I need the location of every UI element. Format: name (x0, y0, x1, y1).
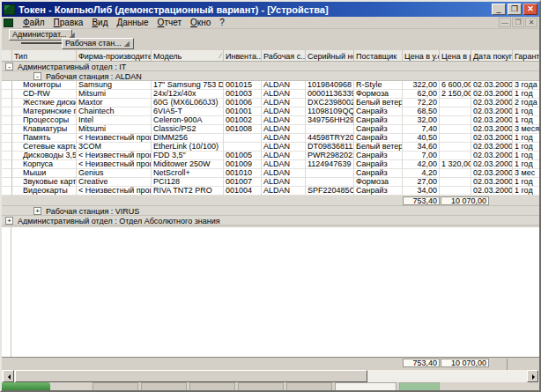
table-cell: 001006 (224, 99, 262, 107)
group-tab-workstation[interactable]: Рабочая стан... ◢ (62, 38, 134, 49)
restore-button[interactable]: ❐ (508, 4, 522, 15)
table-row[interactable]: Материнские платыChaintech6VIA5-T001001A… (2, 107, 539, 116)
expand-icon[interactable]: + (5, 217, 13, 225)
collapse-icon[interactable]: - (33, 72, 41, 80)
table-cell: 7,40 (403, 125, 440, 134)
column-header[interactable]: Дата покупки (471, 50, 513, 61)
menu-view[interactable]: Вид (87, 17, 112, 28)
table-cell: Жесткие диски (12, 99, 77, 107)
table-cell: 62,00 (403, 90, 440, 99)
table-cell: Mitsumi (77, 125, 152, 134)
table-row[interactable]: КлавиатурыMitsumiClassic/PS2001008ALDANС… (2, 125, 539, 134)
column-header[interactable]: Инвента... (224, 50, 262, 61)
close-button[interactable]: ✕ (523, 4, 537, 15)
column-header[interactable]: Серийный номер (306, 50, 354, 61)
table-cell: Classic/PS2 (152, 125, 224, 134)
table-row[interactable]: Сетевые карты3COMEtherLink (10/100)ALDAN… (2, 143, 539, 152)
collapse-icon[interactable]: - (5, 63, 13, 70)
table-cell: ALDAN (262, 99, 306, 107)
group-row-workstation_aldan[interactable]: -Рабочая станция : ALDAN (2, 71, 539, 81)
table-cell: 1 320,00 (440, 160, 471, 169)
table-cell: Мыши (12, 169, 77, 178)
menu-data[interactable]: Данные (112, 17, 152, 28)
table-cell: Дисководы 3,5" (12, 152, 77, 160)
minimize-button[interactable]: _ (492, 4, 506, 15)
taskbar-button[interactable] (189, 382, 235, 390)
table-row[interactable]: CD-RWMitsumi24x/12x/40x001003ALDAN000011… (2, 90, 539, 99)
table-row[interactable]: Звуковые картыCreativePCI128001007ALDANФ… (2, 178, 539, 187)
grand-total-usd: 753,40 (403, 359, 440, 367)
table-cell: Samsung (77, 81, 152, 90)
table-cell: Genius (77, 169, 152, 178)
column-header[interactable]: Рабочая с...∕ (262, 50, 306, 61)
taskbar-button[interactable] (399, 382, 440, 390)
scroll-right-button[interactable] (527, 370, 538, 382)
table-row[interactable]: Видеокарты< Неизвестный произвоRIVA TNT2… (2, 187, 539, 196)
table-row[interactable]: Память< Неизвестный произвоDIMM256ALDAN4… (2, 134, 539, 143)
table-cell: Maxtor (77, 99, 152, 107)
column-header[interactable]: Цена в р... (440, 50, 471, 61)
table-row[interactable]: Дисководы 3,5"< Неизвестный произвоFDD 3… (2, 152, 539, 160)
title-bar[interactable]: Токен - КомпьюЛиб (демонстрационный вари… (2, 2, 539, 17)
table-cell: 72,20 (403, 99, 440, 107)
menu-window[interactable]: Окно (186, 17, 215, 28)
menu-help[interactable]: ? (215, 17, 229, 28)
table-cell: PCI128 (152, 178, 224, 187)
grid-body: -Административный отдел : IT-Рабочая ста… (2, 62, 539, 226)
column-header[interactable]: Гарантия (513, 50, 541, 61)
table-cell: 6VIA5-T (152, 107, 224, 116)
scroll-left-button[interactable] (3, 370, 14, 382)
group-row-department_znanie[interactable]: +Административный отдел : Отдел Абсолютн… (2, 216, 539, 226)
table-cell: FDD 3,5" (152, 152, 224, 160)
table-cell (306, 169, 354, 178)
table-cell: Санрайз (354, 169, 403, 178)
table-row[interactable]: Корпуса< Неизвестный произвоMiditower 25… (2, 160, 539, 169)
mdi-restore-button[interactable]: ❐ (512, 18, 524, 27)
taskbar-button[interactable] (238, 382, 284, 390)
group-row-label: Рабочая станция : VIRUS (46, 207, 139, 216)
horizontal-scrollbar[interactable] (2, 370, 539, 382)
table-cell: ALDAN (262, 90, 306, 99)
table-row[interactable]: Жесткие дискиMaxtor60G (MX6L060J3)001006… (2, 99, 539, 107)
table-cell (224, 143, 262, 152)
table-cell: DXC2398002 (306, 99, 354, 107)
column-header[interactable]: Тип (12, 50, 77, 61)
grand-total-rub: 10 070,00 (441, 359, 489, 367)
table-row[interactable]: МониторыSamsung17" Samsung 753 DFX001015… (2, 81, 539, 90)
mdi-minimize-button[interactable]: — (499, 18, 511, 27)
column-header[interactable]: Цена в у.е. (403, 50, 440, 61)
app-icon[interactable] (4, 4, 15, 15)
start-button[interactable] (2, 382, 50, 390)
table-cell: 322,00 (403, 81, 440, 90)
table-row[interactable]: ПроцессорыIntelCeleron-900A001002ALDAN34… (2, 116, 539, 125)
menu-edit[interactable]: Правка (49, 17, 88, 28)
mdi-child-icon[interactable] (4, 18, 13, 27)
table-cell: ALDAN (262, 178, 306, 187)
taskbar-button[interactable] (286, 382, 332, 390)
group-connector-line (21, 42, 65, 44)
column-header[interactable]: Поставщик (354, 50, 403, 61)
table-row[interactable]: МышиGeniusNetScroll+001010ALDANСанрайз4,… (2, 169, 539, 178)
table-cell: 349756HH29333 (306, 116, 354, 125)
group-row-workstation_virus[interactable]: +Рабочая станция : VIRUS (2, 206, 539, 216)
table-cell: 02.03.2000 (471, 187, 513, 196)
row-gutter (2, 134, 12, 143)
table-cell: ALDAN (262, 134, 306, 143)
table-cell: < Неизвестный произво (77, 152, 152, 160)
menu-file[interactable]: Файл (19, 17, 49, 28)
column-header-label: Инвента... (226, 52, 262, 61)
taskbar-button[interactable] (93, 382, 138, 390)
column-header[interactable]: Фирма-производитель (77, 50, 152, 61)
table-cell: Санрайз (354, 160, 403, 169)
table-cell: 001002 (224, 116, 262, 125)
mdi-close-button[interactable]: ✕ (525, 18, 537, 27)
column-header[interactable]: Модель∕ (152, 50, 224, 61)
taskbar-button[interactable] (141, 382, 187, 390)
menu-report[interactable]: Отчет (153, 17, 186, 28)
expand-icon[interactable]: + (33, 207, 41, 215)
group-tab-department-label: Администрат... (12, 30, 67, 40)
table-cell: 2 150,00 (440, 90, 471, 99)
scrollbar-thumb[interactable] (15, 370, 367, 382)
taskbar-button-active[interactable] (335, 382, 396, 390)
group-row-department_it[interactable]: -Административный отдел : IT (2, 62, 539, 71)
